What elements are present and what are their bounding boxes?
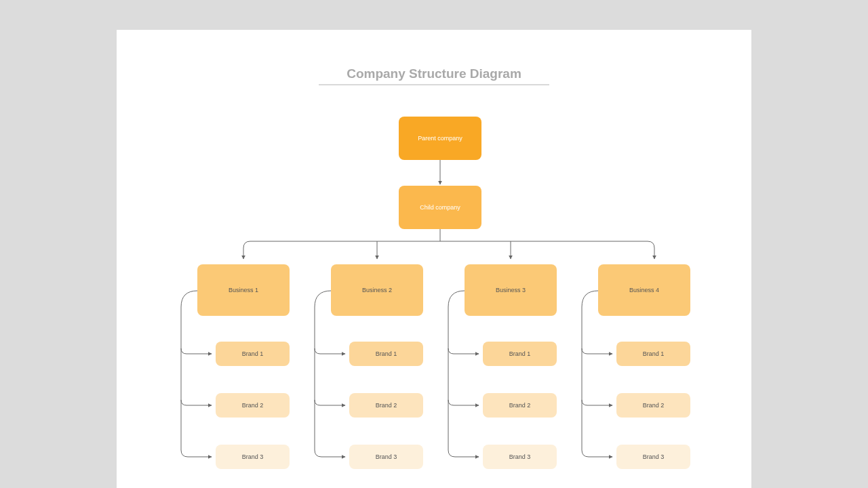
title-block: Company Structure Diagram	[319, 66, 549, 85]
node-label: Business 4	[629, 287, 659, 293]
node-business-1-brand-3[interactable]: Brand 3	[216, 445, 290, 469]
node-business-3[interactable]: Business 3	[465, 264, 557, 316]
node-business-4-brand-1[interactable]: Brand 1	[616, 342, 690, 366]
node-label: Brand 1	[376, 350, 397, 357]
node-label: Brand 2	[509, 402, 531, 409]
node-business-3-brand-2[interactable]: Brand 2	[483, 393, 557, 418]
node-business-2-brand-3[interactable]: Brand 3	[349, 445, 423, 469]
node-label: Brand 2	[376, 402, 397, 409]
node-business-3-brand-3[interactable]: Brand 3	[483, 445, 557, 469]
title-underline	[319, 84, 549, 85]
node-label: Brand 2	[242, 402, 264, 409]
node-business-4[interactable]: Business 4	[598, 264, 690, 316]
node-label: Brand 3	[242, 453, 264, 460]
node-label: Child company	[420, 204, 460, 211]
node-label: Brand 3	[509, 453, 531, 460]
node-business-1-brand-1[interactable]: Brand 1	[216, 342, 290, 366]
node-label: Brand 1	[242, 350, 264, 357]
node-business-4-brand-2[interactable]: Brand 2	[616, 393, 690, 418]
node-business-4-brand-3[interactable]: Brand 3	[616, 445, 690, 469]
node-label: Brand 2	[643, 402, 665, 409]
node-business-2-brand-2[interactable]: Brand 2	[349, 393, 423, 418]
diagram-title: Company Structure Diagram	[319, 66, 549, 81]
node-business-1[interactable]: Business 1	[197, 264, 290, 316]
node-label: Brand 1	[509, 350, 531, 357]
node-label: Brand 1	[643, 350, 665, 357]
connectors	[117, 30, 751, 488]
node-label: Brand 3	[376, 453, 397, 460]
node-business-2-brand-1[interactable]: Brand 1	[349, 342, 423, 366]
node-business-1-brand-2[interactable]: Brand 2	[216, 393, 290, 418]
node-label: Business 3	[496, 287, 526, 293]
diagram-canvas: Company Structure Diagram	[117, 30, 751, 488]
node-business-3-brand-1[interactable]: Brand 1	[483, 342, 557, 366]
node-label: Brand 3	[643, 453, 665, 460]
node-label: Business 2	[362, 287, 392, 293]
node-business-2[interactable]: Business 2	[331, 264, 423, 316]
node-child-company[interactable]: Child company	[399, 186, 481, 229]
node-label: Parent company	[418, 135, 462, 142]
node-parent-company[interactable]: Parent company	[399, 117, 481, 160]
node-label: Business 1	[229, 287, 258, 293]
